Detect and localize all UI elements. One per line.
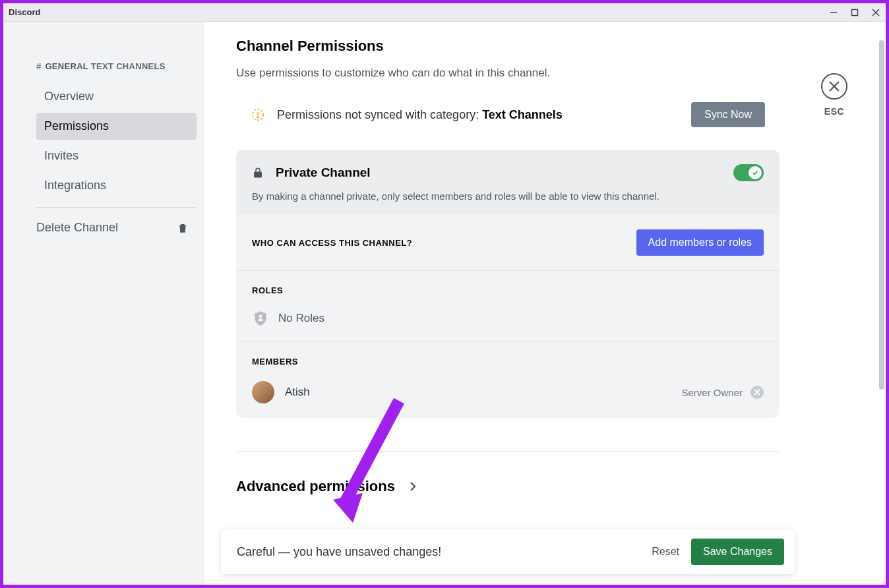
advanced-permissions-row[interactable]: Advanced permissions: [236, 478, 780, 495]
advanced-permissions-title: Advanced permissions: [236, 478, 395, 495]
sidebar-item-overview[interactable]: Overview: [36, 83, 197, 110]
access-section: WHO CAN ACCESS THIS CHANNEL? Add members…: [236, 215, 780, 271]
unsaved-changes-text: Careful — you have unsaved changes!: [237, 545, 640, 559]
chevron-right-icon: [410, 481, 416, 492]
check-icon: [751, 169, 759, 177]
page-title: Channel Permissions: [236, 38, 780, 55]
delete-channel-label: Delete Channel: [36, 221, 118, 235]
channel-name-header: GENERAL: [45, 61, 88, 71]
sidebar-item-invites[interactable]: Invites: [36, 142, 197, 169]
permissions-card: Private Channel By making a channel priv…: [236, 150, 780, 418]
svg-rect-1: [852, 9, 858, 15]
sidebar-divider: [36, 207, 197, 208]
page-subtitle: Use permissions to customize who can do …: [236, 67, 780, 80]
save-changes-button[interactable]: Save Changes: [691, 539, 784, 565]
private-channel-description: By making a channel private, only select…: [252, 191, 764, 202]
close-icon: [828, 80, 840, 92]
member-name: Atish: [285, 386, 681, 399]
private-channel-toggle[interactable]: [733, 164, 764, 181]
scrollbar[interactable]: [879, 40, 884, 578]
close-settings-button[interactable]: [821, 73, 847, 100]
svg-point-6: [257, 117, 258, 117]
add-members-roles-button[interactable]: Add members or roles: [636, 229, 764, 256]
titlebar: Discord: [3, 3, 886, 22]
member-tag: Server Owner: [681, 387, 743, 398]
warning-icon: [251, 107, 265, 122]
close-settings: ESC: [821, 73, 847, 117]
esc-label: ESC: [824, 106, 844, 117]
maximize-button[interactable]: [850, 8, 859, 17]
no-roles-text: No Roles: [278, 312, 324, 325]
hash-icon: #: [36, 61, 42, 71]
minimize-button[interactable]: [829, 8, 838, 17]
trash-icon: [177, 222, 189, 234]
role-shield-icon: [252, 310, 269, 327]
roles-label: ROLES: [252, 285, 764, 295]
main-content: Channel Permissions Use permissions to c…: [204, 22, 886, 585]
members-section: MEMBERS Atish Server Owner: [236, 342, 780, 418]
close-icon: [754, 389, 760, 396]
member-row: Atish Server Owner: [252, 381, 764, 403]
private-channel-title: Private Channel: [276, 165, 733, 180]
lock-icon: [252, 166, 264, 179]
category-name-header: TEXT CHANNELS: [91, 61, 166, 71]
sidebar: # GENERAL TEXT CHANNELS Overview Permiss…: [3, 22, 204, 585]
sync-row: Permissions not synced with category: Te…: [236, 102, 780, 127]
sync-text: Permissions not synced with category: Te…: [277, 108, 691, 122]
sync-now-button[interactable]: Sync Now: [691, 102, 765, 127]
window-title: Discord: [9, 7, 829, 17]
remove-member-button[interactable]: [751, 386, 764, 399]
avatar: [252, 381, 274, 403]
main-divider: [236, 451, 780, 452]
sidebar-delete-channel[interactable]: Delete Channel: [36, 214, 197, 241]
sidebar-item-permissions[interactable]: Permissions: [36, 113, 197, 140]
sidebar-item-integrations[interactable]: Integrations: [36, 172, 197, 199]
sidebar-header: # GENERAL TEXT CHANNELS: [36, 61, 197, 71]
access-label: WHO CAN ACCESS THIS CHANNEL?: [252, 238, 412, 248]
svg-point-7: [259, 314, 262, 318]
roles-section: ROLES No Roles: [236, 271, 780, 342]
reset-button[interactable]: Reset: [640, 539, 691, 564]
close-window-button[interactable]: [871, 8, 880, 17]
private-channel-section: Private Channel By making a channel priv…: [236, 150, 780, 215]
scrollbar-thumb[interactable]: [879, 40, 884, 390]
unsaved-changes-bar: Careful — you have unsaved changes! Rese…: [221, 529, 795, 574]
members-label: MEMBERS: [252, 357, 764, 367]
